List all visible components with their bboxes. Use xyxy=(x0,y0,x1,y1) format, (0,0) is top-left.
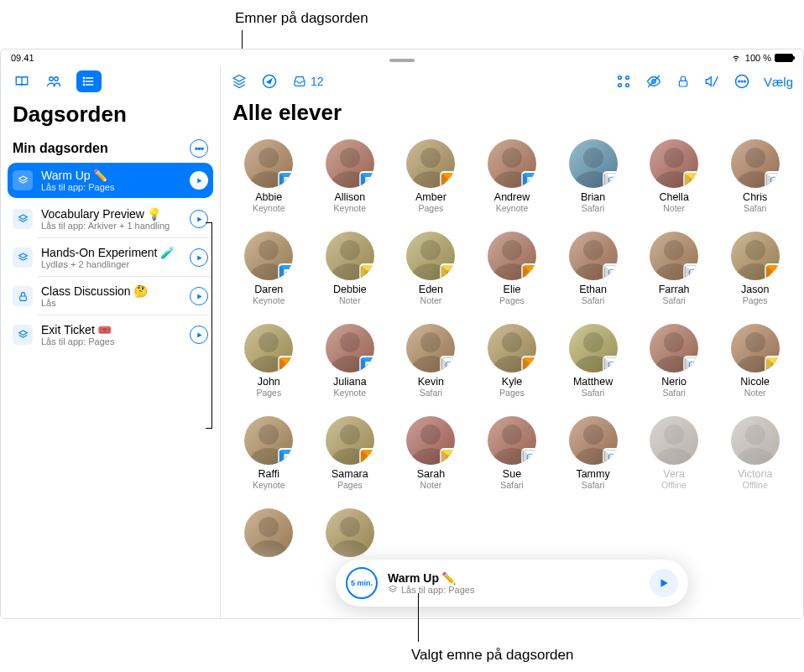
select-button[interactable]: Vælg xyxy=(764,75,793,89)
student-card[interactable]: EthanSafari xyxy=(556,232,629,305)
agenda-item-sub: Lås til app: Pages xyxy=(41,182,181,192)
student-card[interactable]: DebbieNoter xyxy=(314,232,387,305)
list-icon[interactable] xyxy=(76,70,102,92)
student-card[interactable]: VeraOffline xyxy=(638,416,711,490)
student-app: Noter xyxy=(420,295,442,305)
book-icon[interactable] xyxy=(13,73,31,90)
student-app: Pages xyxy=(337,480,363,490)
app-badge xyxy=(278,171,293,188)
avatar xyxy=(406,416,455,465)
people-icon[interactable] xyxy=(44,73,63,90)
student-card[interactable]: MatthewSafari xyxy=(556,324,629,398)
agenda-item-title: Exit Ticket 🎟️ xyxy=(41,323,181,336)
app-badge xyxy=(521,448,536,465)
student-card[interactable] xyxy=(232,508,305,560)
svg-rect-51 xyxy=(284,454,290,459)
inbox-icon[interactable]: 12 xyxy=(291,75,324,88)
multitask-indicator xyxy=(389,59,415,62)
student-app: Keynote xyxy=(253,203,285,213)
student-card[interactable]: AllisonKeynote xyxy=(314,139,387,213)
svg-point-1 xyxy=(55,77,59,81)
student-card[interactable]: JohnPages xyxy=(232,324,305,398)
lock-icon[interactable] xyxy=(676,74,690,89)
student-card[interactable]: SueSafari xyxy=(476,416,549,490)
compass-icon[interactable] xyxy=(261,73,278,90)
battery-icon xyxy=(775,54,793,62)
agenda-item[interactable]: Exit Ticket 🎟️Lås til app: Pages xyxy=(8,317,213,352)
svg-rect-34 xyxy=(287,274,288,277)
play-button[interactable] xyxy=(650,569,678,597)
callout-agenda-items: Emner på dagsorden xyxy=(235,10,368,27)
svg-point-19 xyxy=(739,81,740,82)
grid-icon[interactable] xyxy=(616,74,631,89)
student-app: Noter xyxy=(744,388,766,398)
avatar xyxy=(731,416,780,465)
student-card[interactable]: AndrewKeynote xyxy=(476,139,549,213)
svg-line-17 xyxy=(713,76,718,86)
student-card[interactable]: VictoriaOffline xyxy=(718,416,791,490)
agenda-item[interactable]: Vocabulary Preview 💡Lås til app: Arkiver… xyxy=(8,201,213,237)
student-card[interactable]: EdenNoter xyxy=(394,232,467,305)
agenda-play-button[interactable] xyxy=(190,171,208,190)
eye-off-icon[interactable] xyxy=(645,74,663,89)
callout-selected-item: Valgt emne på dagsorden xyxy=(411,647,573,664)
more-icon[interactable]: ••• xyxy=(190,139,208,158)
student-card[interactable] xyxy=(314,508,387,560)
app-badge xyxy=(440,263,455,280)
svg-rect-26 xyxy=(527,177,534,182)
svg-rect-43 xyxy=(365,362,372,367)
app-badge xyxy=(359,448,374,465)
student-card[interactable]: EliePages xyxy=(476,232,549,305)
agenda-item[interactable]: Class Discussion 🤔Lås xyxy=(8,279,213,314)
student-name: Nicole xyxy=(740,376,770,388)
avatar xyxy=(326,416,374,465)
student-card[interactable]: AmberPages xyxy=(394,139,467,213)
battery-percent: 100 % xyxy=(745,53,771,63)
avatar xyxy=(488,324,536,372)
student-card[interactable]: ChrisSafari xyxy=(718,139,791,213)
svg-point-57 xyxy=(608,454,615,461)
app-badge xyxy=(359,356,374,372)
student-card[interactable]: SamaraPages xyxy=(314,416,387,490)
student-card[interactable]: RaffiKeynote xyxy=(232,416,305,490)
student-name: Amber xyxy=(415,191,446,203)
student-card[interactable]: BrianSafari xyxy=(556,139,629,213)
student-name: Allison xyxy=(334,191,365,203)
mute-icon[interactable] xyxy=(703,74,720,89)
app-badge xyxy=(683,263,698,280)
agenda-item-title: Vocabulary Preview 💡 xyxy=(41,207,181,221)
student-card[interactable]: JasonPages xyxy=(718,232,791,305)
svg-point-46 xyxy=(608,362,615,368)
more-circle-icon[interactable] xyxy=(734,73,750,90)
student-card[interactable]: ChellaNoter xyxy=(638,139,711,213)
student-card[interactable]: TammySafari xyxy=(556,416,629,490)
student-card[interactable]: SarahNoter xyxy=(394,416,467,490)
student-name: Vera xyxy=(663,468,685,480)
selected-agenda-card[interactable]: 5 min. Warm Up ✏️ Lås til app: Pages xyxy=(336,560,688,607)
student-app: Keynote xyxy=(334,203,367,213)
avatar xyxy=(488,416,536,465)
student-app: Noter xyxy=(663,203,685,213)
app-badge xyxy=(603,171,618,188)
agenda-item[interactable]: Hands-On Experiment 🧪Lydløs + 2 handling… xyxy=(8,240,213,275)
svg-point-21 xyxy=(744,81,745,82)
status-bar: 09.41 100 % xyxy=(1,49,803,66)
student-name: Brian xyxy=(581,191,605,203)
avatar xyxy=(326,232,374,280)
student-card[interactable]: NicoleNoter xyxy=(718,324,791,398)
student-app: Safari xyxy=(582,295,604,305)
student-card[interactable]: AbbieKeynote xyxy=(232,139,305,213)
student-card[interactable]: KylePages xyxy=(476,324,549,398)
agenda-item[interactable]: Warm Up ✏️Lås til app: Pages xyxy=(8,163,213,198)
avatar xyxy=(650,232,698,280)
app-badge xyxy=(765,356,780,372)
student-card[interactable]: FarrahSafari xyxy=(638,232,711,305)
timer-ring[interactable]: 5 min. xyxy=(346,567,378,599)
avatar xyxy=(731,139,780,188)
student-card[interactable]: KevinSafari xyxy=(394,324,467,398)
callout-bracket xyxy=(206,222,212,429)
student-card[interactable]: JulianaKeynote xyxy=(314,324,387,398)
student-card[interactable]: DarenKeynote xyxy=(232,232,305,305)
stack-icon[interactable] xyxy=(231,74,248,89)
student-card[interactable]: NerioSafari xyxy=(638,324,711,398)
